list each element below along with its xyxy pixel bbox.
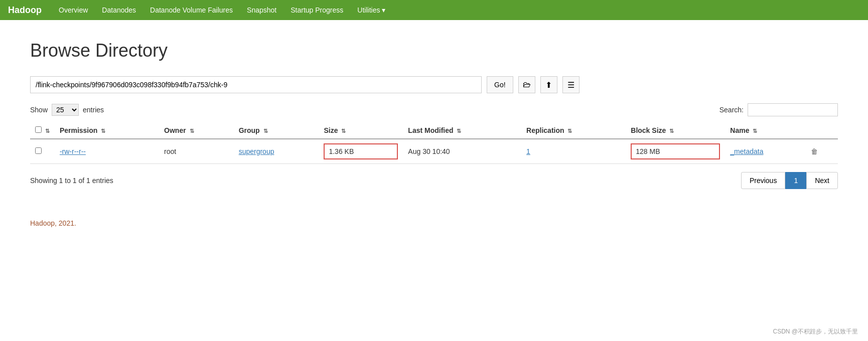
- sort-icon-group[interactable]: ⇅: [263, 128, 268, 134]
- cell-last-modified: Aug 30 10:40: [403, 139, 521, 164]
- chevron-down-icon: ▾: [382, 6, 385, 14]
- sort-icon-size[interactable]: ⇅: [341, 128, 346, 134]
- cell-delete: 🗑: [806, 139, 838, 164]
- col-last-modified: Last Modified ⇅: [403, 122, 521, 139]
- sort-icon-name[interactable]: ⇅: [753, 128, 757, 134]
- sort-icon-last-modified[interactable]: ⇅: [457, 128, 461, 134]
- go-button[interactable]: Go!: [487, 76, 513, 93]
- navbar-item-overview[interactable]: Overview: [52, 0, 95, 20]
- entries-left: Show 10 25 50 100 entries: [30, 104, 104, 116]
- col-name: Name ⇅: [725, 122, 806, 139]
- col-actions: [806, 122, 838, 139]
- cell-permission: -rw-r--r--: [55, 139, 159, 164]
- delete-icon[interactable]: 🗑: [811, 147, 818, 155]
- path-input[interactable]: [30, 76, 482, 93]
- folder-icon-button[interactable]: 🗁: [518, 76, 535, 93]
- navbar: Hadoop Overview Datanodes Datanode Volum…: [0, 0, 868, 20]
- row-checkbox-cell: [30, 139, 55, 164]
- group-link[interactable]: supergroup: [239, 147, 274, 155]
- next-button[interactable]: Next: [806, 172, 838, 189]
- path-bar: Go! 🗁 ⬆ ☰: [30, 76, 838, 93]
- select-all-header: ⇅: [30, 122, 55, 139]
- page-title: Browse Directory: [30, 40, 838, 61]
- show-label: Show: [30, 106, 48, 114]
- navbar-item-datanode-volume-failures[interactable]: Datanode Volume Failures: [143, 0, 240, 20]
- col-replication: Replication ⇅: [521, 122, 626, 139]
- sort-icon-checkbox: ⇅: [45, 128, 50, 134]
- col-size: Size ⇅: [319, 122, 403, 139]
- entries-row: Show 10 25 50 100 entries Search:: [30, 103, 838, 116]
- cell-owner: root: [159, 139, 234, 164]
- select-all-checkbox[interactable]: [35, 126, 42, 133]
- upload-icon: ⬆: [545, 80, 552, 90]
- entries-label: entries: [83, 106, 104, 114]
- sort-icon-owner[interactable]: ⇅: [190, 128, 194, 134]
- col-block-size: Block Size ⇅: [626, 122, 725, 139]
- table-row: -rw-r--r-- root supergroup 1.36 KB Aug 3…: [30, 139, 838, 164]
- cell-replication: 1: [521, 139, 626, 164]
- navbar-item-datanodes[interactable]: Datanodes: [95, 0, 143, 20]
- pagination: Previous 1 Next: [741, 172, 838, 189]
- cell-size: 1.36 KB: [319, 139, 403, 164]
- sort-icon-replication[interactable]: ⇅: [567, 128, 572, 134]
- page-1-button[interactable]: 1: [785, 172, 806, 189]
- col-owner: Owner ⇅: [159, 122, 234, 139]
- col-permission: Permission ⇅: [55, 122, 159, 139]
- row-checkbox[interactable]: [35, 147, 42, 154]
- navbar-item-snapshot[interactable]: Snapshot: [240, 0, 283, 20]
- search-label: Search:: [719, 106, 744, 114]
- table-footer: Showing 1 to 1 of 1 entries Previous 1 N…: [30, 172, 838, 189]
- previous-button[interactable]: Previous: [741, 172, 785, 189]
- entries-select[interactable]: 10 25 50 100: [52, 104, 79, 116]
- cell-name: _metadata: [725, 139, 806, 164]
- sort-icon-permission[interactable]: ⇅: [101, 128, 105, 134]
- cell-group: supergroup: [234, 139, 319, 164]
- doc-icon-button[interactable]: ☰: [562, 76, 580, 93]
- col-group: Group ⇅: [234, 122, 319, 139]
- permission-link[interactable]: -rw-r--r--: [60, 147, 86, 155]
- size-highlight: 1.36 KB: [324, 143, 398, 159]
- file-table: ⇅ Permission ⇅ Owner ⇅ Group ⇅ Size ⇅: [30, 122, 838, 164]
- block-size-highlight: 128 MB: [631, 143, 720, 159]
- pagination-summary: Showing 1 to 1 of 1 entries: [30, 177, 113, 185]
- name-link[interactable]: _metadata: [730, 147, 763, 155]
- folder-icon: 🗁: [523, 80, 531, 89]
- main-content: Browse Directory Go! 🗁 ⬆ ☰ Show 10 25 50…: [0, 20, 868, 247]
- replication-link[interactable]: 1: [526, 147, 530, 155]
- navbar-item-startup-progress[interactable]: Startup Progress: [283, 0, 350, 20]
- upload-icon-button[interactable]: ⬆: [540, 76, 557, 93]
- doc-icon: ☰: [567, 80, 574, 90]
- sort-icon-block-size[interactable]: ⇅: [669, 128, 674, 134]
- search-input[interactable]: [748, 103, 838, 116]
- footer-text: Hadoop, 2021.: [30, 219, 76, 227]
- page-footer: Hadoop, 2021.: [30, 219, 838, 227]
- cell-block-size: 128 MB: [626, 139, 725, 164]
- search-row: Search:: [719, 103, 838, 116]
- navbar-item-utilities[interactable]: Utilities ▾: [350, 0, 392, 20]
- navbar-brand: Hadoop: [8, 5, 42, 16]
